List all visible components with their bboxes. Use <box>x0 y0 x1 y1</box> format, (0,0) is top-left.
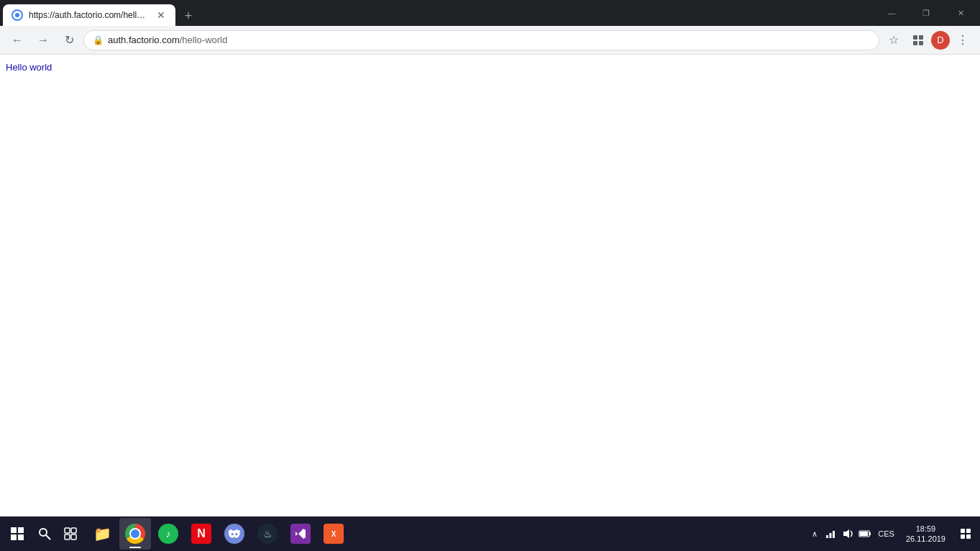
tray-battery-icon[interactable] <box>858 527 872 541</box>
title-bar: https://auth.factorio.com/hello-w ✕ + — … <box>0 0 980 26</box>
tray-notification-button[interactable] <box>954 522 977 545</box>
visual-studio-icon <box>290 524 311 544</box>
active-indicator <box>129 547 141 548</box>
svg-line-9 <box>46 535 50 539</box>
file-explorer-icon: 📁 <box>92 524 112 544</box>
active-tab[interactable]: https://auth.factorio.com/hello-w ✕ <box>3 4 175 26</box>
tray-volume-icon[interactable] <box>841 527 855 541</box>
svg-rect-24 <box>966 534 971 539</box>
taskbar-app-file-explorer[interactable]: 📁 <box>86 518 118 550</box>
maximize-button[interactable]: ❐ <box>910 0 943 26</box>
taskbar-app-visual-studio[interactable] <box>285 518 316 550</box>
xampp-icon: X <box>324 524 344 544</box>
lock-icon: 🔒 <box>93 35 104 45</box>
svg-rect-5 <box>18 527 24 533</box>
taskbar: 📁 ♪ N <box>0 516 980 551</box>
netflix-icon: N <box>191 524 211 544</box>
svg-rect-19 <box>869 532 871 535</box>
hello-world-text[interactable]: Hello world <box>6 62 52 73</box>
svg-rect-20 <box>860 532 868 536</box>
taskbar-app-netflix[interactable]: N <box>186 518 217 550</box>
taskbar-app-discord[interactable] <box>219 518 250 550</box>
address-path: /hello-world <box>180 35 227 45</box>
window-controls: — ❐ ✕ <box>875 0 977 26</box>
svg-rect-13 <box>71 534 76 539</box>
svg-rect-21 <box>961 529 965 533</box>
taskbar-search-button[interactable] <box>32 521 58 547</box>
address-bar[interactable]: 🔒 auth.factorio.com/hello-world <box>83 30 879 50</box>
svg-rect-4 <box>11 527 17 533</box>
taskbar-app-steam[interactable]: ♨ <box>252 518 283 550</box>
forward-button[interactable]: → <box>32 29 55 52</box>
taskbar-apps: 📁 ♪ N <box>86 518 349 550</box>
svg-rect-22 <box>966 529 971 533</box>
tab-favicon-icon <box>12 9 23 21</box>
bookmark-button[interactable]: ☆ <box>882 29 905 52</box>
svg-rect-2 <box>913 41 917 45</box>
svg-point-8 <box>40 529 47 536</box>
tray-network-icon[interactable] <box>823 527 838 541</box>
task-view-button[interactable] <box>58 521 83 547</box>
menu-button[interactable]: ⋮ <box>951 29 974 52</box>
svg-rect-15 <box>830 533 832 538</box>
svg-rect-16 <box>833 531 835 538</box>
tray-language-label[interactable]: CES <box>875 527 897 541</box>
extensions-button[interactable] <box>907 29 930 52</box>
tray-clock[interactable]: 18:59 26.11.2019 <box>900 524 951 545</box>
nav-actions: ☆ D ⋮ <box>882 29 974 52</box>
back-button[interactable]: ← <box>6 29 29 52</box>
minimize-button[interactable]: — <box>875 0 908 26</box>
svg-rect-11 <box>71 528 76 533</box>
tray-expand-button[interactable]: ∧ <box>809 527 820 542</box>
tray-time: 18:59 <box>916 524 936 534</box>
nav-bar: ← → ↻ 🔒 auth.factorio.com/hello-world ☆ … <box>0 26 980 55</box>
svg-rect-3 <box>919 41 923 45</box>
tab-close-button[interactable]: ✕ <box>155 9 167 21</box>
tab-bar: https://auth.factorio.com/hello-w ✕ + <box>3 0 875 26</box>
close-button[interactable]: ✕ <box>944 0 977 26</box>
svg-rect-12 <box>65 534 70 539</box>
address-text: auth.factorio.com/hello-world <box>108 35 870 45</box>
taskbar-tray: ∧ CES <box>809 522 977 545</box>
svg-rect-0 <box>913 35 917 40</box>
taskbar-app-spotify[interactable]: ♪ <box>152 518 184 550</box>
start-button[interactable] <box>3 519 32 548</box>
reload-button[interactable]: ↻ <box>58 29 81 52</box>
page-content: Hello world <box>0 55 980 516</box>
taskbar-app-chrome[interactable] <box>119 518 151 550</box>
taskbar-app-xampp[interactable]: X <box>318 518 349 550</box>
new-tab-button[interactable]: + <box>178 6 198 26</box>
svg-rect-23 <box>961 534 965 539</box>
svg-marker-17 <box>843 529 849 538</box>
browser-window: https://auth.factorio.com/hello-w ✕ + — … <box>0 0 980 551</box>
steam-icon: ♨ <box>257 524 278 544</box>
svg-rect-10 <box>65 528 70 533</box>
svg-rect-6 <box>11 534 17 540</box>
address-domain: auth.factorio.com <box>108 35 180 45</box>
discord-icon <box>224 524 244 544</box>
svg-rect-1 <box>919 35 923 40</box>
spotify-icon: ♪ <box>158 524 178 544</box>
tab-title: https://auth.factorio.com/hello-w <box>29 10 150 20</box>
chrome-icon <box>125 524 145 544</box>
tray-date: 26.11.2019 <box>906 534 945 544</box>
svg-rect-7 <box>18 534 24 540</box>
svg-rect-14 <box>826 535 828 538</box>
profile-button[interactable]: D <box>931 31 950 50</box>
